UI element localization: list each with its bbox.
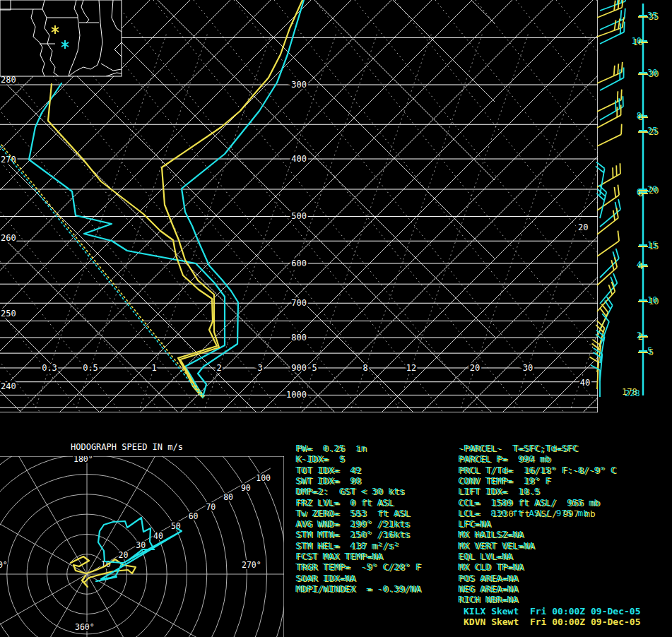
right-panel-line-kilx: EQL LVL=NA [458,551,512,561]
kilx-dewpoint-trace [29,83,225,396]
left-panel-line-kilx: STM MTN= 250° /36kts [295,529,410,540]
theta-label: 240 [1,381,16,391]
kilx-wet-bulb-trace [0,146,203,398]
pressure-label: 1000 [286,390,307,400]
left-panel-line-kilx: AVG WND= 290° /51kts [295,518,410,529]
right-panel-line-kilx: PARCEL P= 990 mb [458,453,550,464]
mixing-ratio-label: 8 [362,363,367,373]
right-panel-line-kilx: LCL= 830 ft ASL/ 975 mb [458,508,589,518]
isotherm-label: 20 [578,222,588,232]
right-panel-line-kilx: POS AREA=NA [458,573,518,583]
footer-kdvn-label: KDVN Skewt Fri 00:00Z 09-Dec-05 [464,617,640,627]
kilx-wind-barb [596,22,628,44]
right-panel-line-kilx: MX CLD TP=NA [458,561,523,572]
mixing-ratio-label: 40 [580,378,590,388]
left-panel-line-kilx: FRZ LVL= 0 ft ASL [295,497,394,508]
hodo-ring-label: 20 [119,550,129,560]
right-panel-line-kilx: MX HAILSZ=NA [458,529,523,540]
theta-label: 260 [1,233,16,243]
pressure-label: 400 [291,154,307,164]
height-km-label-kilx: 6 [637,187,642,197]
right-panel-line-kilx: NEG AREA=NA [458,583,518,594]
hodo-direction-label: 270° [242,560,261,570]
hodo-direction-label: 360° [75,622,95,632]
kdvn-wind-barb [592,231,623,256]
height-km-label-kilx: 4 [637,260,642,270]
hodograph-panel: 102030405060708090100180°90°270°360° [0,362,299,637]
hodo-ring-label: 40 [153,531,163,541]
left-panel-line-kilx: TRGR TEMP= -5° C/20° F [295,561,420,572]
height-kft-label-kilx: 35 [647,11,657,20]
right-panel-line-kilx: RICH NBR=NA [458,594,518,605]
right-panel-line-kilx: -PARCEL- T=SFC;Td=SFC [458,443,578,453]
pressure-label: 600 [291,258,307,268]
right-panel-line-kilx: PRCL T/Td= 16/15° F:-8/-9° C [458,465,615,475]
right-panel-line-kilx: CONV TEMP= 19° F [458,475,550,486]
left-panel-line-kilx: K-IDX= 9 [295,453,344,464]
skewt-grid-labels: 3004005006007008009001000280270260250240… [1,75,590,400]
height-km-label-kilx: 2 [637,331,642,340]
hodo-direction-label: 90° [0,560,8,570]
nsharp-skewt-window: 3004005006007008009001000280270260250240… [0,0,672,637]
mixing-ratio-label: 2 [216,363,221,373]
pressure-label: 800 [291,333,307,343]
height-km-label-kilx: 10 [632,36,642,46]
left-panel-line-kilx: FCST MAX TEMP=NA [295,551,382,561]
left-panel-line-kilx: STM HEL= 418 m²/s² [295,540,399,551]
mixing-ratio-label: 12 [406,363,416,373]
left-panel-line-kilx: DMP=2: GST < 30 kts [295,486,404,496]
right-panel-line-kilx: CCL= 1589 ft ASL/ 955 mb [458,497,599,508]
mixing-ratio-label: 0.5 [83,363,98,373]
surface-elev-kilx: 228 [625,388,640,399]
hodo-ring-label: 100 [256,473,271,483]
footer-kilx-label: KILX Skewt Fri 00:00Z 09-Dec-05 [464,606,640,617]
pressure-label: 500 [291,211,307,221]
kilx-wind-barb [596,67,628,90]
kilx-wind-barb [594,199,625,227]
mixing-ratio-label: 20 [470,363,480,373]
kilx-wind-barb [591,365,600,397]
height-kft-label-kilx: 5 [647,346,652,356]
kilx-wind-barb [591,185,608,218]
height-scale-axis: 35353030252520201515101055101088664422 [632,4,659,395]
mixing-ratio-label: 1 [151,363,156,373]
left-panel-line-kilx: SWT IDX= 90 [295,475,360,486]
hodo-ring-label: 80 [223,492,233,502]
mixing-ratio-label: 3 [257,363,262,373]
mixing-ratio-label: 0.3 [42,363,57,373]
hodo-ring-label: 70 [206,502,216,512]
hodograph-title: HODOGRAPH SPEED IN m/s [71,442,183,453]
height-kft-label-kilx: 20 [647,184,657,194]
left-panel-line-kilx: TOT IDX= 49 [295,465,360,475]
hodo-ring-label: 60 [189,511,199,521]
theta-label: 250 [1,309,16,318]
left-panel-line-kilx: PW= 0.25 in [295,443,366,453]
kilx-wind-barb [596,96,627,120]
mixing-ratio-label: 5 [312,363,317,373]
right-panel-line-kilx: LIFT IDX= 10.9 [458,486,540,496]
kdvn-wind-barb [594,62,626,83]
left-panel-line-kilx: SOAR IDX=NA [295,573,355,583]
height-kft-label-kilx: 15 [647,240,657,250]
hodo-ring-label: 90 [241,483,251,493]
pressure-label: 300 [291,80,307,90]
right-panel-line-kilx: MX VERT VEL=NA [458,540,534,551]
right-panel-line-kilx: LFC=NA [458,518,490,529]
locator-map [0,0,122,76]
pressure-label: 900 [291,363,307,373]
hodo-direction-label: 180° [73,454,93,464]
height-kft-label-kilx: 30 [647,68,657,78]
pressure-label: 700 [291,298,307,308]
mixing-ratio-label: 30 [523,363,533,373]
height-kft-label-kilx: 10 [647,295,657,305]
height-kft-label-kilx: 25 [647,126,657,136]
left-panel-line-kilx: MDPI/WINDEX = -0.39/NA [295,583,420,594]
height-km-label-kilx: 8 [637,111,642,121]
left-panel-line-kilx: Tw ZERO= 583 ft ASL [295,508,410,518]
